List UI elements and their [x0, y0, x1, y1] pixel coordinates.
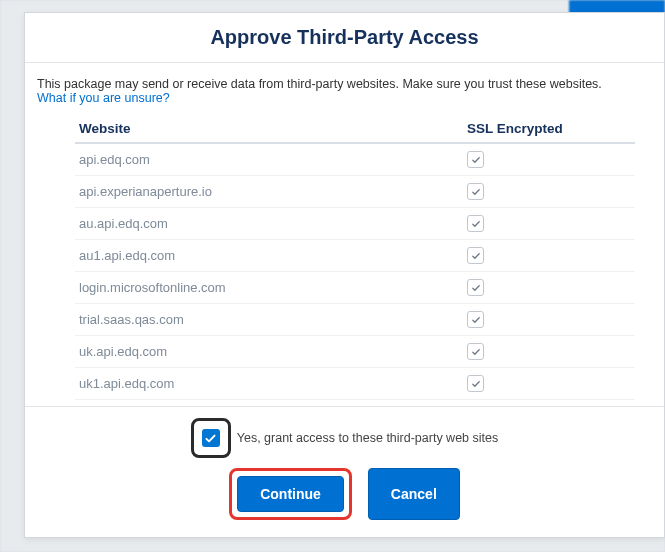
table-row: uk.api.edq.com: [75, 336, 635, 368]
table-row: login.microsoftonline.com: [75, 272, 635, 304]
table-row: uk1.api.edq.com: [75, 368, 635, 400]
modal-footer: Yes, grant access to these third-party w…: [25, 406, 664, 537]
intro-text: This package may send or receive data fr…: [37, 77, 640, 105]
ssl-cell: [463, 143, 635, 176]
ssl-cell: [463, 368, 635, 400]
ssl-cell: [463, 304, 635, 336]
table-row: api.edq.com: [75, 143, 635, 176]
consent-row: Yes, grant access to these third-party w…: [35, 418, 654, 458]
ssl-cell: [463, 240, 635, 272]
ssl-check-icon: [467, 279, 484, 296]
website-cell: login.microsoftonline.com: [75, 272, 463, 304]
ssl-check-icon: [467, 247, 484, 264]
table-row: au1.api.edq.com: [75, 240, 635, 272]
modal-header: Approve Third-Party Access: [25, 13, 664, 63]
unsure-link[interactable]: What if you are unsure?: [37, 91, 170, 105]
ssl-check-icon: [467, 343, 484, 360]
col-header-ssl: SSL Encrypted: [463, 115, 635, 143]
ssl-cell: [463, 272, 635, 304]
continue-button[interactable]: Continue: [237, 476, 344, 512]
ssl-check-icon: [467, 183, 484, 200]
website-cell: api.edq.com: [75, 143, 463, 176]
website-cell: api.experianaperture.io: [75, 176, 463, 208]
website-cell: trial.saas.qas.com: [75, 304, 463, 336]
table-row: au.api.edq.com: [75, 208, 635, 240]
ssl-check-icon: [467, 311, 484, 328]
continue-button-highlight: Continue: [229, 468, 352, 520]
modal-body: This package may send or receive data fr…: [25, 63, 664, 406]
website-cell: uk1.api.edq.com: [75, 368, 463, 400]
website-cell: uk.api.edq.com: [75, 336, 463, 368]
button-row: Continue Cancel: [35, 468, 654, 520]
ssl-cell: [463, 336, 635, 368]
cancel-button[interactable]: Cancel: [368, 468, 460, 520]
ssl-cell: [463, 208, 635, 240]
consent-checkbox-highlight: [191, 418, 231, 458]
intro-message: This package may send or receive data fr…: [37, 77, 602, 91]
approve-access-modal: Approve Third-Party Access This package …: [24, 12, 665, 538]
ssl-check-icon: [467, 215, 484, 232]
table-row: api.experianaperture.io: [75, 176, 635, 208]
table-row: trial.saas.qas.com: [75, 304, 635, 336]
modal-title: Approve Third-Party Access: [25, 26, 664, 49]
ssl-check-icon: [467, 375, 484, 392]
ssl-check-icon: [467, 151, 484, 168]
website-cell: au1.api.edq.com: [75, 240, 463, 272]
websites-table: Website SSL Encrypted api.edq.comapi.exp…: [75, 115, 635, 406]
check-icon: [204, 432, 217, 445]
consent-checkbox[interactable]: [202, 429, 220, 447]
ssl-cell: [463, 176, 635, 208]
consent-label: Yes, grant access to these third-party w…: [237, 431, 498, 445]
website-cell: au.api.edq.com: [75, 208, 463, 240]
col-header-website: Website: [75, 115, 463, 143]
